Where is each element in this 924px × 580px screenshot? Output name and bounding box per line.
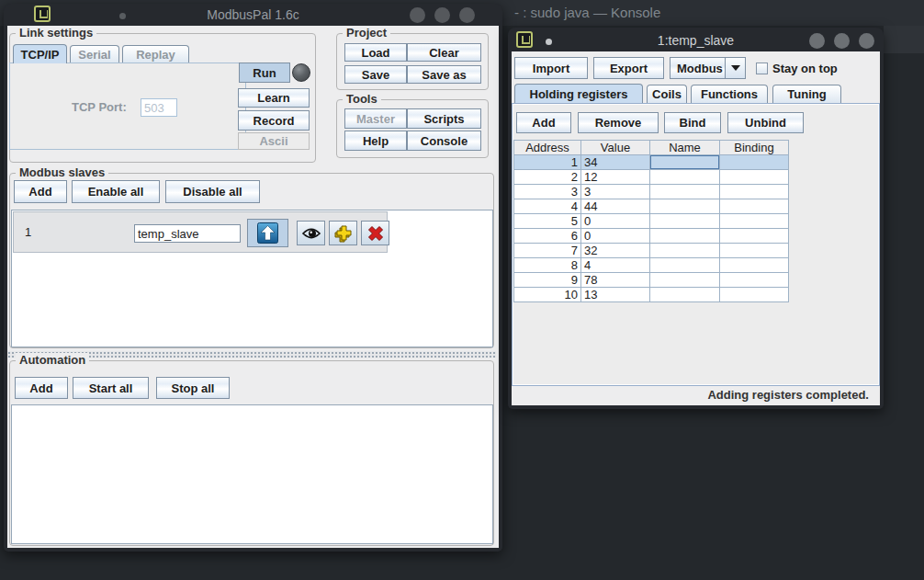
slave-delete-button[interactable]	[361, 221, 389, 245]
cell-name[interactable]	[650, 244, 720, 258]
cell-name[interactable]	[650, 185, 720, 199]
cell-binding[interactable]	[720, 288, 789, 302]
run-button[interactable]: Run	[239, 63, 290, 83]
tab-holding-registers[interactable]: Holding registers	[514, 84, 643, 103]
slave-row[interactable]: 1 temp_slave	[13, 211, 388, 253]
cell-value[interactable]: 13	[581, 288, 650, 302]
close-button[interactable]	[859, 33, 874, 49]
tab-tuning[interactable]: Tuning	[772, 85, 841, 103]
save-as-button[interactable]: Save as	[407, 65, 481, 84]
table-row[interactable]: 732	[514, 244, 789, 258]
record-button[interactable]: Record	[238, 110, 310, 131]
load-button[interactable]: Load	[344, 43, 407, 62]
help-button[interactable]: Help	[344, 131, 407, 151]
console-button[interactable]: Console	[407, 131, 481, 151]
learn-button[interactable]: Learn	[238, 88, 310, 108]
cell-name[interactable]	[650, 155, 720, 170]
register-unbind-button[interactable]: Unbind	[727, 112, 804, 133]
maximize-button[interactable]	[834, 33, 850, 49]
modbuspal-titlebar[interactable]: ModbusPal 1.6c	[4, 4, 502, 26]
header-address[interactable]: Address	[514, 141, 581, 155]
slave-add-button[interactable]: Add	[14, 180, 67, 203]
slave-show-button[interactable]	[297, 221, 325, 245]
slave-enable-toggle[interactable]	[247, 219, 288, 247]
table-row[interactable]: 33	[514, 185, 789, 199]
cell-address[interactable]: 3	[514, 185, 581, 199]
cell-binding[interactable]	[720, 170, 789, 185]
tab-tcpip[interactable]: TCP/IP	[13, 44, 67, 63]
disable-all-button[interactable]: Disable all	[165, 180, 260, 203]
cell-value[interactable]: 0	[581, 229, 650, 244]
automation-add-button[interactable]: Add	[15, 377, 68, 399]
cell-address[interactable]: 8	[514, 258, 581, 273]
table-row[interactable]: 444	[514, 199, 789, 214]
register-remove-button[interactable]: Remove	[578, 112, 659, 133]
cell-binding[interactable]	[720, 273, 789, 288]
cell-value[interactable]: 78	[581, 273, 650, 288]
master-button[interactable]: Master	[344, 108, 407, 129]
cell-address[interactable]: 5	[514, 214, 581, 229]
table-row[interactable]: 50	[514, 214, 789, 229]
cell-name[interactable]	[650, 170, 720, 185]
cell-value[interactable]: 34	[581, 155, 650, 170]
tab-serial[interactable]: Serial	[70, 45, 119, 63]
cell-address[interactable]: 9	[514, 273, 581, 288]
close-button[interactable]	[459, 7, 475, 23]
app-icon[interactable]	[516, 31, 533, 48]
header-binding[interactable]: Binding	[720, 141, 789, 155]
temp-slave-titlebar[interactable]: 1:temp_slave	[508, 28, 884, 51]
scripts-button[interactable]: Scripts	[407, 108, 481, 129]
cell-value[interactable]: 3	[581, 185, 650, 199]
table-row[interactable]: 212	[514, 170, 789, 185]
table-row[interactable]: 1013	[514, 288, 789, 302]
stay-on-top-checkbox[interactable]	[756, 63, 768, 74]
export-button[interactable]: Export	[593, 57, 664, 79]
tcp-port-input[interactable]: 503	[141, 98, 177, 117]
cell-binding[interactable]	[720, 185, 789, 199]
table-row[interactable]: 60	[514, 229, 789, 244]
cell-binding[interactable]	[720, 155, 789, 170]
cell-name[interactable]	[650, 288, 720, 302]
save-button[interactable]: Save	[344, 65, 407, 84]
cell-address[interactable]: 1	[514, 155, 581, 170]
cell-address[interactable]: 4	[514, 199, 581, 214]
cell-name[interactable]	[650, 229, 720, 244]
cell-name[interactable]	[650, 199, 720, 214]
table-row[interactable]: 84	[514, 258, 789, 273]
clear-button[interactable]: Clear	[407, 43, 481, 62]
tab-replay[interactable]: Replay	[122, 45, 189, 63]
cell-address[interactable]: 2	[514, 170, 581, 185]
minimize-button[interactable]	[809, 33, 825, 49]
tab-coils[interactable]: Coils	[647, 85, 687, 103]
cell-name[interactable]	[650, 273, 720, 288]
cell-address[interactable]: 10	[514, 288, 581, 302]
stop-all-button[interactable]: Stop all	[156, 377, 230, 399]
header-name[interactable]: Name	[650, 141, 720, 155]
cell-value[interactable]: 32	[581, 244, 650, 258]
tab-functions[interactable]: Functions	[691, 85, 768, 103]
app-icon[interactable]	[34, 6, 51, 22]
ascii-button[interactable]: Ascii	[238, 132, 310, 150]
cell-value[interactable]: 44	[581, 199, 650, 214]
cell-value[interactable]: 0	[581, 214, 650, 229]
import-button[interactable]: Import	[514, 57, 588, 79]
cell-binding[interactable]	[720, 214, 789, 229]
enable-all-button[interactable]: Enable all	[72, 180, 160, 203]
cell-address[interactable]: 6	[514, 229, 581, 244]
start-all-button[interactable]: Start all	[73, 377, 149, 399]
chevron-down-icon[interactable]	[726, 58, 745, 78]
header-value[interactable]: Value	[581, 141, 650, 155]
slave-duplicate-button[interactable]	[329, 221, 357, 245]
cell-name[interactable]	[650, 214, 720, 229]
table-row[interactable]: 134	[514, 155, 789, 170]
cell-binding[interactable]	[720, 229, 789, 244]
cell-name[interactable]	[650, 258, 720, 273]
cell-binding[interactable]	[720, 244, 789, 258]
register-add-button[interactable]: Add	[516, 112, 571, 133]
cell-value[interactable]: 4	[581, 258, 650, 273]
protocol-combobox[interactable]: Modbus	[670, 57, 746, 79]
register-bind-button[interactable]: Bind	[664, 112, 721, 133]
cell-value[interactable]: 12	[581, 170, 650, 185]
cell-address[interactable]: 7	[514, 244, 581, 258]
cell-binding[interactable]	[720, 199, 789, 214]
